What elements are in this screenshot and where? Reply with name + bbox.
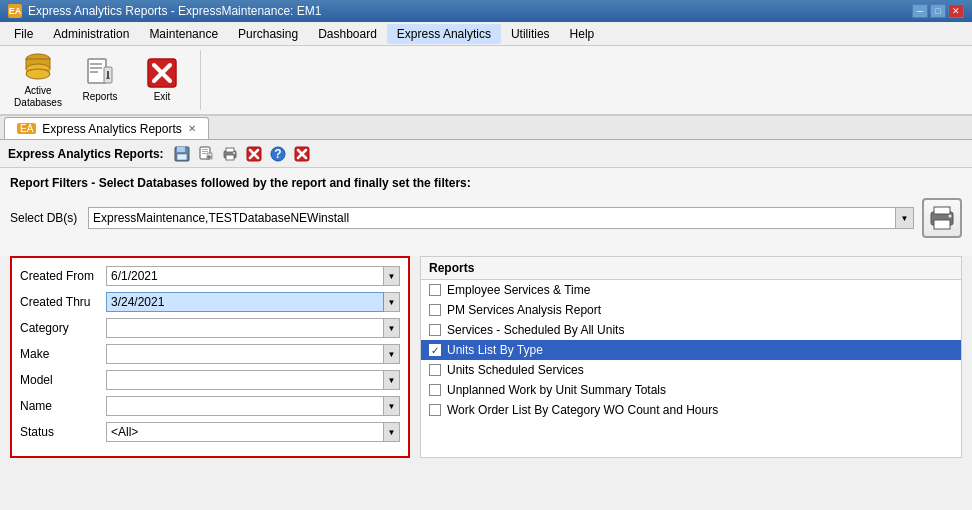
svg-point-27	[233, 152, 235, 154]
svg-point-4	[26, 69, 50, 79]
svg-rect-15	[177, 147, 185, 152]
db-select-wrapper: ExpressMaintenance,TESTDatabaseNEWinstal…	[88, 207, 914, 229]
filter-model-dropdown[interactable]: ▼	[384, 370, 400, 390]
database-icon	[22, 51, 54, 83]
print-report-button[interactable]	[922, 198, 962, 238]
report-label-pm-services: PM Services Analysis Report	[447, 303, 601, 317]
svg-rect-16	[177, 154, 187, 160]
report-checkbox-services-scheduled[interactable]	[429, 324, 441, 336]
strip-save-button[interactable]	[172, 144, 192, 164]
title-bar: EA Express Analytics Reports - ExpressMa…	[0, 0, 972, 22]
strip-print-button[interactable]	[220, 144, 240, 164]
strip-close-red-button[interactable]	[292, 144, 312, 164]
report-item-units-list-by-type[interactable]: ✓ Units List By Type	[421, 340, 961, 360]
filter-input-wrap-category: ▼	[106, 318, 400, 338]
menu-help[interactable]: Help	[560, 24, 605, 44]
maximize-button[interactable]: □	[930, 4, 946, 18]
filter-make-dropdown[interactable]: ▼	[384, 344, 400, 364]
toolbar-group-main: ActiveDatabases Reports	[8, 50, 201, 110]
strip-help-button[interactable]: ?	[268, 144, 288, 164]
report-label-work-order-list: Work Order List By Category WO Count and…	[447, 403, 718, 417]
exit-button[interactable]: Exit	[132, 52, 192, 108]
report-item-work-order-list[interactable]: Work Order List By Category WO Count and…	[421, 400, 961, 420]
filter-label-status: Status	[20, 425, 100, 439]
db-select-input[interactable]: ExpressMaintenance,TESTDatabaseNEWinstal…	[88, 207, 896, 229]
report-item-unplanned-work[interactable]: Unplanned Work by Unit Summary Totals	[421, 380, 961, 400]
filter-label-category: Category	[20, 321, 100, 335]
filter-model-input[interactable]	[106, 370, 384, 390]
report-checkbox-unplanned-work[interactable]	[429, 384, 441, 396]
db-select-dropdown-button[interactable]: ▼	[896, 207, 914, 229]
report-checkbox-units-scheduled[interactable]	[429, 364, 441, 376]
filter-row-category: Category ▼	[20, 318, 400, 338]
menu-bar: File Administration Maintenance Purchasi…	[0, 22, 972, 46]
menu-administration[interactable]: Administration	[43, 24, 139, 44]
strip-print-preview-button[interactable]	[196, 144, 216, 164]
close-window-button[interactable]: ✕	[948, 4, 964, 18]
active-databases-label: ActiveDatabases	[14, 85, 62, 109]
tab-label: Express Analytics Reports	[42, 122, 181, 136]
menu-file[interactable]: File	[4, 24, 43, 44]
svg-rect-8	[90, 71, 98, 73]
menu-maintenance[interactable]: Maintenance	[139, 24, 228, 44]
tab-icon: EA	[17, 123, 36, 134]
filter-input-wrap-status: ▼	[106, 422, 400, 442]
report-item-pm-services[interactable]: PM Services Analysis Report	[421, 300, 961, 320]
filter-status-dropdown[interactable]: ▼	[384, 422, 400, 442]
report-checkbox-work-order-list[interactable]	[429, 404, 441, 416]
filter-created-from-dropdown[interactable]: ▼	[384, 266, 400, 286]
svg-rect-7	[90, 67, 102, 69]
menu-purchasing[interactable]: Purchasing	[228, 24, 308, 44]
svg-point-39	[949, 215, 952, 218]
minimize-button[interactable]: ─	[912, 4, 928, 18]
db-select-value: ExpressMaintenance,TESTDatabaseNEWinstal…	[93, 211, 349, 225]
filter-created-from-input[interactable]	[106, 266, 384, 286]
filter-name-dropdown[interactable]: ▼	[384, 396, 400, 416]
db-select-label: Select DB(s)	[10, 211, 80, 225]
svg-rect-37	[934, 207, 950, 214]
tab-area: EA Express Analytics Reports ✕	[0, 116, 972, 140]
toolbar-strip-label: Express Analytics Reports:	[8, 147, 164, 161]
filter-category-input[interactable]	[106, 318, 384, 338]
report-checkbox-employee-services[interactable]	[429, 284, 441, 296]
report-checkbox-pm-services[interactable]	[429, 304, 441, 316]
menu-utilities[interactable]: Utilities	[501, 24, 560, 44]
filter-make-input[interactable]	[106, 344, 384, 364]
filter-created-thru-dropdown[interactable]: ▼	[384, 292, 400, 312]
svg-rect-19	[202, 151, 208, 152]
filter-status-input[interactable]	[106, 422, 384, 442]
svg-text:?: ?	[274, 147, 281, 161]
strip-delete-button[interactable]	[244, 144, 264, 164]
tab-close-button[interactable]: ✕	[188, 123, 196, 134]
menu-express-analytics[interactable]: Express Analytics	[387, 24, 501, 44]
filter-label-name: Name	[20, 399, 100, 413]
filter-row-model: Model ▼	[20, 370, 400, 390]
report-label-services-scheduled: Services - Scheduled By All Units	[447, 323, 624, 337]
menu-dashboard[interactable]: Dashboard	[308, 24, 387, 44]
reports-label: Reports	[82, 91, 117, 103]
active-databases-button[interactable]: ActiveDatabases	[8, 52, 68, 108]
db-select-row: Select DB(s) ExpressMaintenance,TESTData…	[10, 198, 962, 238]
filter-category-dropdown[interactable]: ▼	[384, 318, 400, 338]
reports-button[interactable]: Reports	[70, 52, 130, 108]
filter-label-created-from: Created From	[20, 269, 100, 283]
report-item-services-scheduled[interactable]: Services - Scheduled By All Units	[421, 320, 961, 340]
filter-row-status: Status ▼	[20, 422, 400, 442]
report-label-units-list-by-type: Units List By Type	[447, 343, 543, 357]
filter-row-make: Make ▼	[20, 344, 400, 364]
tab-express-analytics-reports[interactable]: EA Express Analytics Reports ✕	[4, 117, 209, 139]
section-title: Report Filters - Select Databases follow…	[10, 176, 962, 190]
svg-rect-18	[202, 149, 208, 150]
report-checkbox-units-list-by-type[interactable]: ✓	[429, 344, 441, 356]
filter-input-wrap-created-from: ▼	[106, 266, 400, 286]
filter-name-input[interactable]	[106, 396, 384, 416]
report-item-units-scheduled[interactable]: Units Scheduled Services	[421, 360, 961, 380]
exit-label: Exit	[154, 91, 171, 103]
reports-panel: Reports Employee Services & Time PM Serv…	[420, 256, 962, 458]
filter-label-make: Make	[20, 347, 100, 361]
report-item-employee-services[interactable]: Employee Services & Time	[421, 280, 961, 300]
exit-icon	[146, 57, 178, 89]
filter-created-thru-input[interactable]	[106, 292, 384, 312]
window-controls[interactable]: ─ □ ✕	[912, 4, 964, 18]
filter-input-wrap-make: ▼	[106, 344, 400, 364]
